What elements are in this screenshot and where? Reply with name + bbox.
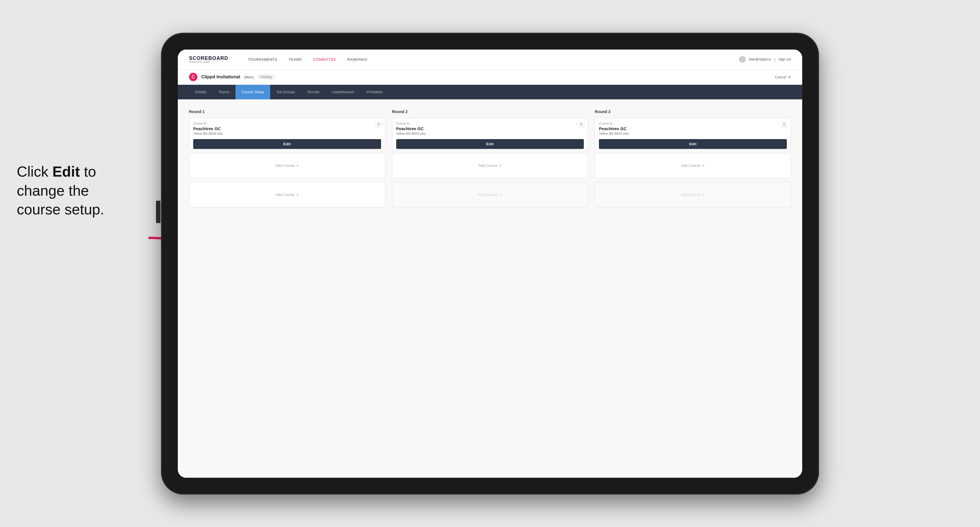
round-3-course-tag: (Course A) bbox=[599, 122, 787, 125]
plus-icon: + bbox=[499, 192, 502, 197]
annotation-text: Click Edit tochange thecourse setup. bbox=[17, 162, 104, 219]
round-2-add-course-2: Add Course + bbox=[392, 182, 588, 207]
round-3-add-course-1[interactable]: Add Course + bbox=[595, 153, 791, 178]
tab-leaderboards[interactable]: Leaderboards bbox=[326, 85, 360, 99]
annotation-bold: Edit bbox=[52, 163, 80, 180]
plus-icon: + bbox=[296, 192, 299, 197]
round-1-label: Round 1 bbox=[189, 110, 385, 114]
round-1-delete-icon[interactable] bbox=[375, 121, 382, 128]
round-2-add-course-2-label: Add Course bbox=[478, 192, 498, 197]
main-content: Round 1 (Course A) Peachtree GC Yellow (… bbox=[178, 99, 802, 478]
plus-icon: + bbox=[499, 163, 502, 168]
nav-rankings[interactable]: RANKINGS bbox=[347, 57, 368, 62]
round-3-course-name: Peachtree GC bbox=[599, 126, 787, 131]
round-3-column: Round 3 (Course A) Peachtree GC Yellow (… bbox=[595, 110, 791, 211]
round-1-course-details: Yellow (M) (6629 yds) bbox=[193, 132, 381, 135]
close-icon: ✕ bbox=[788, 75, 791, 79]
round-2-course-details: Yellow (M) (6629 yds) bbox=[396, 132, 584, 135]
tab-tee-groups[interactable]: Tee Groups bbox=[270, 85, 301, 99]
round-3-course-card: (Course A) Peachtree GC Yellow (M) (6629… bbox=[595, 118, 791, 149]
round-1-add-course-1-label: Add Course bbox=[275, 163, 294, 168]
round-1-add-course-1[interactable]: Add Course + bbox=[189, 153, 385, 178]
tournament-name: Clippd Invitational bbox=[201, 75, 240, 79]
scoreboard-logo: SCOREBOARD Powered by clippd bbox=[189, 56, 228, 63]
round-2-add-course-1[interactable]: Add Course + bbox=[392, 153, 588, 178]
nav-links: TOURNAMENTS TEAMS COMMITTEE RANKINGS bbox=[248, 57, 725, 62]
round-2-column: Round 2 (Course A) Peachtree GC Yellow (… bbox=[392, 110, 588, 211]
round-1-course-card: (Course A) Peachtree GC Yellow (M) (6629… bbox=[189, 118, 385, 149]
round-2-label: Round 2 bbox=[392, 110, 588, 114]
round-3-edit-button[interactable]: Edit bbox=[599, 139, 787, 149]
round-1-course-name: Peachtree GC bbox=[193, 126, 381, 131]
round-3-add-course-2-label: Add Course bbox=[681, 192, 700, 197]
round-3-delete-icon[interactable] bbox=[781, 121, 788, 128]
clippd-logo: C bbox=[189, 73, 197, 81]
plus-icon: + bbox=[702, 163, 705, 168]
round-2-edit-button[interactable]: Edit bbox=[396, 139, 584, 149]
round-1-course-tag: (Course A) bbox=[193, 122, 381, 125]
cancel-button[interactable]: Cancel ✕ bbox=[775, 75, 791, 79]
rounds-grid: Round 1 (Course A) Peachtree GC Yellow (… bbox=[189, 110, 791, 211]
round-3-course-details: Yellow (M) (6629 yds) bbox=[599, 132, 787, 135]
tablet-screen: SCOREBOARD Powered by clippd TOURNAMENTS… bbox=[178, 49, 802, 478]
round-2-add-course-1-label: Add Course bbox=[478, 163, 498, 168]
logo-sub: Powered by clippd bbox=[189, 61, 228, 63]
round-1-add-course-2[interactable]: Add Course + bbox=[189, 182, 385, 207]
tournament-info: C Clippd Invitational (Men) Hosting bbox=[189, 73, 274, 81]
top-nav: SCOREBOARD Powered by clippd TOURNAMENTS… bbox=[178, 49, 802, 70]
round-2-delete-icon[interactable] bbox=[578, 121, 584, 128]
round-2-course-name: Peachtree GC bbox=[396, 126, 584, 131]
sub-tabs: Details Teams Course Setup Tee Groups Re… bbox=[178, 85, 802, 99]
avatar bbox=[739, 56, 746, 63]
cancel-label: Cancel bbox=[775, 75, 786, 79]
tab-printables[interactable]: Printables bbox=[360, 85, 389, 99]
round-2-course-tag: (Course A) bbox=[396, 122, 584, 125]
nav-tournaments[interactable]: TOURNAMENTS bbox=[248, 57, 277, 62]
user-email: blair@clippd.io bbox=[749, 57, 771, 61]
tab-teams[interactable]: Teams bbox=[213, 85, 235, 99]
nav-committee[interactable]: COMMITTEE bbox=[313, 57, 336, 62]
tournament-type-badge: Hosting bbox=[258, 75, 275, 79]
round-1-column: Round 1 (Course A) Peachtree GC Yellow (… bbox=[189, 110, 385, 211]
round-3-label: Round 3 bbox=[595, 110, 791, 114]
round-1-add-course-2-label: Add Course bbox=[275, 192, 294, 197]
logo-text: SCOREBOARD bbox=[189, 56, 228, 61]
round-2-course-card: (Course A) Peachtree GC Yellow (M) (6629… bbox=[392, 118, 588, 149]
round-1-edit-button[interactable]: Edit bbox=[193, 139, 381, 149]
round-3-add-course-1-label: Add Course bbox=[681, 163, 700, 168]
divider: | bbox=[775, 57, 775, 61]
nav-right: blair@clippd.io | Sign out bbox=[739, 56, 791, 63]
tablet-device: SCOREBOARD Powered by clippd TOURNAMENTS… bbox=[161, 33, 819, 495]
plus-icon: + bbox=[296, 163, 299, 168]
tab-results[interactable]: Results bbox=[301, 85, 326, 99]
tournament-gender: (Men) bbox=[244, 75, 254, 79]
sign-out-link[interactable]: Sign out bbox=[779, 57, 791, 61]
plus-icon: + bbox=[702, 192, 705, 197]
tab-course-setup[interactable]: Course Setup bbox=[235, 85, 270, 99]
tournament-bar: C Clippd Invitational (Men) Hosting Canc… bbox=[178, 70, 802, 85]
tab-details[interactable]: Details bbox=[189, 85, 213, 99]
round-3-add-course-2: Add Course + bbox=[595, 182, 791, 207]
nav-teams[interactable]: TEAMS bbox=[289, 57, 302, 62]
